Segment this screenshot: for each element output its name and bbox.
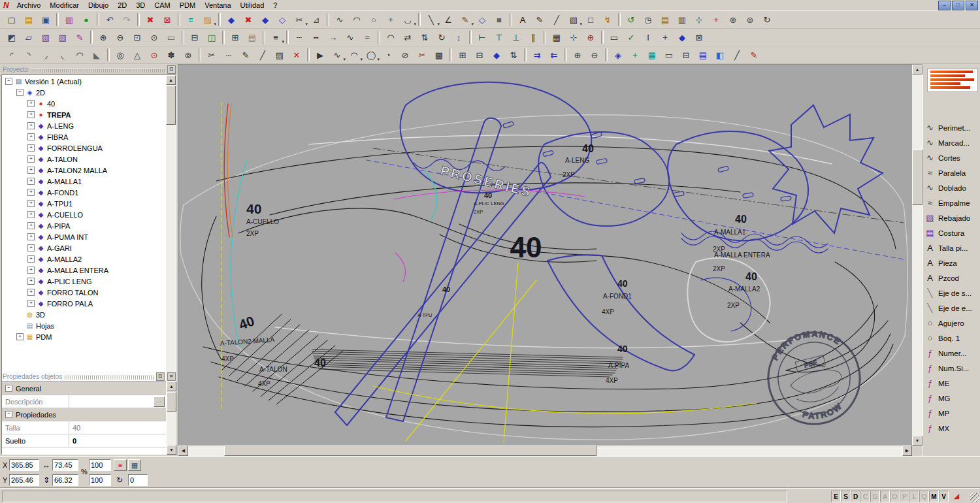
tool-costura[interactable]: ▤Costura — [924, 225, 979, 240]
tree-scroll-thumb[interactable] — [166, 86, 176, 125]
slash-icon[interactable]: ╱ — [548, 12, 565, 27]
hatch-icon[interactable]: ▧▾ — [565, 12, 582, 27]
properties-scrollbar[interactable]: ▲ ▼ — [167, 381, 176, 455]
tool-talla-pi[interactable]: ATalla pi... — [924, 240, 979, 255]
tree-expander[interactable]: + — [27, 122, 35, 129]
magnify-out-icon[interactable]: ⊖ — [586, 47, 603, 63]
pen-table-icon[interactable]: ▨ — [37, 29, 54, 45]
ruler-icon[interactable]: ▭ — [163, 29, 180, 45]
group-icon[interactable]: ⊞ — [454, 47, 471, 63]
rectangle-icon[interactable]: □ — [582, 12, 599, 27]
pivot-icon[interactable]: ⊙ — [146, 47, 163, 63]
indicator-s[interactable]: S — [841, 491, 851, 502]
nudge-right-icon[interactable]: ⇉ — [529, 47, 546, 63]
tree-item-versi-n-1-actual[interactable]: −▤Versión 1 (Actual) — [3, 76, 165, 87]
screen-icon[interactable]: ▭ — [661, 47, 678, 63]
cut-icon[interactable]: ✂ — [203, 47, 220, 63]
canvas-v-thumb[interactable] — [912, 150, 923, 205]
tree-item-a-cuello[interactable]: +◆A-CUELLO — [3, 209, 165, 220]
pencil-icon[interactable]: ✎ — [531, 12, 548, 27]
vertex-icon[interactable]: ◆ — [488, 47, 505, 63]
grid-icon[interactable]: ▦ — [548, 29, 565, 45]
tree-item-a-malla1[interactable]: +◆A-MALLA1 — [3, 176, 165, 187]
rings-icon[interactable]: ⊚ — [180, 47, 197, 63]
canvas-h-thumb[interactable] — [224, 446, 596, 456]
text-height-icon[interactable]: I — [640, 29, 657, 45]
scroll-down-icon[interactable]: ▼ — [167, 445, 176, 455]
tree-expander[interactable]: + — [27, 289, 35, 296]
tree-item-forro-talon[interactable]: +◆FORRO TALON — [3, 287, 165, 298]
columns-icon[interactable]: ▥ — [674, 12, 691, 27]
direct-select-icon[interactable]: ▱ — [20, 29, 37, 45]
menu-cam[interactable]: CAM — [150, 1, 174, 10]
pen-table-2-icon[interactable]: ▧ — [54, 29, 71, 45]
database-icon[interactable]: ▥ — [61, 12, 78, 27]
tool-mg[interactable]: ƒMG — [924, 391, 979, 406]
tool-mp[interactable]: ƒMP — [924, 406, 979, 421]
bullseye-icon[interactable]: ◎ — [112, 47, 129, 63]
rotation-input[interactable] — [128, 474, 148, 486]
tree-item-a-malla2[interactable]: +◆A-MALLA2 — [3, 253, 165, 265]
delete-point-icon[interactable]: ✖ — [240, 12, 257, 27]
circle-icon[interactable]: ○ — [365, 12, 382, 27]
tree-expander[interactable]: + — [27, 189, 35, 196]
menu-ventana[interactable]: Ventana — [200, 1, 235, 10]
line-icon[interactable]: ╲▾ — [423, 12, 440, 27]
dash-style-icon[interactable]: ┄ — [291, 29, 308, 45]
scale-x-input[interactable] — [89, 459, 111, 471]
signature-icon[interactable]: ✎ — [745, 47, 762, 63]
drawing-canvas[interactable]: PERFOMANCEPATROWPDF 40A-CUELLO2XPPROSERI… — [178, 65, 912, 446]
tool-rebajado[interactable]: ▨Rebajado — [924, 210, 979, 225]
menu-pdm[interactable]: PDM — [175, 1, 200, 10]
triangle-icon[interactable]: △ — [129, 47, 146, 63]
end-tool-icon[interactable]: ⊠ — [691, 29, 708, 45]
pen-icon[interactable]: ✎▾ — [457, 12, 474, 27]
pushpin-icon[interactable]: ⊹ — [691, 12, 708, 27]
text-icon[interactable]: A — [514, 12, 531, 27]
plus-green-icon[interactable]: ＋ — [627, 47, 644, 63]
tree-item-40[interactable]: +●40 — [3, 98, 165, 109]
tree-item-pdm[interactable]: +▦PDM — [3, 331, 165, 342]
point-marker-icon[interactable]: ＋ — [382, 12, 399, 27]
tool-marcad[interactable]: ∿Marcad... — [924, 135, 979, 150]
aspect-link-icon[interactable]: ≡ — [114, 459, 127, 471]
arc-menu-icon[interactable]: ◠▾ — [346, 47, 363, 63]
ellipsis-button[interactable]: ... — [154, 397, 165, 407]
tree-expander[interactable]: − — [5, 78, 12, 85]
tree-expander[interactable]: − — [16, 89, 24, 96]
tree-expander[interactable]: + — [27, 133, 35, 140]
add-point-icon[interactable]: ◆ — [257, 12, 274, 27]
new-icon[interactable]: ▢ — [3, 12, 20, 27]
add-cross-icon[interactable]: ＋ — [708, 12, 725, 27]
tool-mx[interactable]: ƒMX — [924, 421, 979, 436]
tree-expander[interactable]: + — [27, 222, 35, 229]
maximize-button[interactable]: □ — [952, 1, 964, 10]
tool-numer[interactable]: ƒNumer... — [924, 346, 979, 361]
mirror-vertical-icon[interactable]: ⇅ — [416, 29, 433, 45]
mirror-horizontal-icon[interactable]: ⇄ — [399, 29, 416, 45]
zoom-fit-icon[interactable]: ⊙ — [146, 29, 163, 45]
scroll-up-icon[interactable]: ▲ — [166, 75, 176, 85]
angle-line-icon[interactable]: ∠ — [440, 12, 457, 27]
scroll-left-icon[interactable]: ◀ — [178, 446, 188, 456]
tree-expander[interactable]: + — [27, 278, 35, 285]
tree-item-trepa[interactable]: +●TREPA — [3, 109, 165, 120]
panel-restore-button[interactable]: ⊡ — [156, 372, 165, 381]
undo-icon[interactable]: ↶ — [101, 12, 118, 27]
pen-2-icon[interactable]: ✎ — [237, 47, 254, 63]
menu-archivo[interactable]: Archivo — [12, 1, 46, 10]
tree-item-a-malla-entera[interactable]: +◆A-MALLA ENTERA — [3, 265, 165, 276]
paste-icon[interactable]: ▤ — [244, 29, 261, 45]
indicator-c[interactable]: C — [860, 491, 870, 502]
delete-icon[interactable]: ✖ — [142, 12, 159, 27]
polygon-icon[interactable]: ◇ — [474, 12, 491, 27]
ungroup-icon[interactable]: ⊟ — [471, 47, 488, 63]
x-mark-icon[interactable]: ✕ — [288, 47, 305, 63]
crosshair-icon[interactable]: ＋ — [657, 29, 674, 45]
tree-expander[interactable]: + — [27, 300, 35, 307]
grid-teal-icon[interactable]: ▦ — [644, 47, 661, 63]
menu-modificar[interactable]: Modificar — [45, 1, 84, 10]
select-icon[interactable]: ◩ — [3, 29, 20, 45]
tree-item-a-pipa[interactable]: +◆A-PIPA — [3, 220, 165, 231]
indicator-e[interactable]: E — [831, 491, 841, 502]
